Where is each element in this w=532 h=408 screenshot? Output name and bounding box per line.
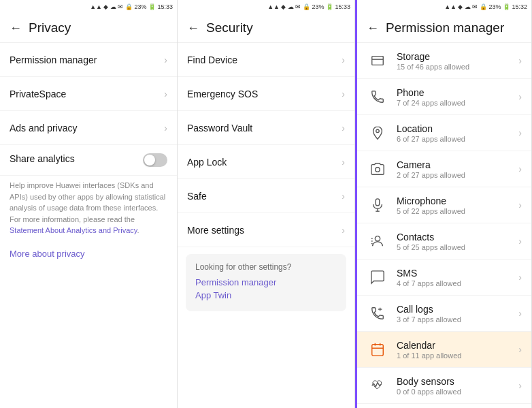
permission-manager-panel: ▲▲ ◆ ☁ ✉ 🔒 23% 🔋 15:32 ← Permission mana… bbox=[355, 0, 532, 408]
storage-name: Storage bbox=[397, 51, 518, 62]
svg-point-7 bbox=[375, 236, 380, 241]
find-device-label: Find Device bbox=[187, 54, 342, 65]
call-logs-permission-item[interactable]: Call logs 3 of 7 apps allowed › bbox=[357, 296, 531, 332]
call-logs-chevron: › bbox=[518, 308, 522, 319]
privacy-title: Privacy bbox=[29, 20, 71, 35]
ads-privacy-item[interactable]: Ads and privacy › bbox=[0, 111, 177, 145]
privacy-panel: ▲▲ ◆ ☁ ✉ 🔒 23% 🔋 15:33 ← Privacy Permiss… bbox=[0, 0, 178, 408]
microphone-icon bbox=[367, 194, 388, 216]
phone-chevron: › bbox=[518, 91, 522, 102]
more-about-privacy-link[interactable]: More about privacy bbox=[0, 242, 177, 266]
permission-manager-chevron: › bbox=[164, 54, 167, 65]
app-lock-label: App Lock bbox=[187, 157, 342, 168]
more-settings-item[interactable]: More settings › bbox=[178, 213, 354, 247]
share-analytics-help: Help improve Huawei interfaces (SDKs and… bbox=[0, 176, 177, 242]
microphone-sub: 5 of 22 apps allowed bbox=[397, 207, 518, 215]
microphone-name: Microphone bbox=[397, 195, 518, 206]
camera-chevron: › bbox=[518, 163, 522, 174]
sms-sub: 4 of 7 apps allowed bbox=[397, 279, 518, 287]
svg-point-3 bbox=[376, 168, 380, 172]
camera-name: Camera bbox=[397, 159, 518, 170]
microphone-permission-item[interactable]: Microphone 5 of 22 apps allowed › bbox=[357, 187, 531, 223]
more-settings-chevron: › bbox=[342, 225, 345, 236]
body-sensors-icon bbox=[367, 375, 388, 396]
location-sub: 6 of 27 apps allowed bbox=[397, 135, 518, 143]
permission-manager-label: Permission manager bbox=[10, 54, 164, 65]
calendar-name: Calendar bbox=[397, 340, 518, 351]
phone-icon bbox=[367, 86, 388, 108]
security-back-button[interactable]: ← bbox=[187, 21, 199, 35]
svg-point-2 bbox=[376, 129, 380, 133]
location-permission-item[interactable]: Location 6 of 27 apps allowed › bbox=[357, 115, 531, 151]
contacts-permission-item[interactable]: Contacts 5 of 25 apps allowed › bbox=[357, 223, 531, 260]
contacts-icon bbox=[367, 230, 388, 252]
find-device-item[interactable]: Find Device › bbox=[178, 43, 354, 77]
permission-manager-header: ← Permission manager bbox=[357, 14, 531, 43]
suggestion-box: Looking for other settings? Permission m… bbox=[186, 254, 346, 311]
emergency-sos-chevron: › bbox=[342, 89, 345, 99]
contacts-sub: 5 of 25 apps allowed bbox=[397, 243, 518, 251]
status-bar-permission: ▲▲ ◆ ☁ ✉ 🔒 23% 🔋 15:32 bbox=[357, 0, 531, 14]
suggestion-title: Looking for other settings? bbox=[195, 262, 337, 272]
sms-icon bbox=[367, 266, 388, 288]
suggestion-permission-manager-link[interactable]: Permission manager bbox=[195, 277, 337, 287]
status-bar-security: ▲▲ ◆ ☁ ✉ 🔒 23% 🔋 15:33 bbox=[178, 0, 354, 14]
contacts-chevron: › bbox=[518, 236, 522, 247]
private-space-chevron: › bbox=[164, 89, 167, 99]
svg-rect-0 bbox=[372, 57, 384, 65]
share-analytics-label: Share analytics bbox=[10, 153, 143, 164]
sms-name: SMS bbox=[397, 268, 518, 279]
security-panel: ▲▲ ◆ ☁ ✉ 🔒 23% 🔋 15:33 ← Security Find D… bbox=[178, 0, 355, 408]
sms-permission-item[interactable]: SMS 4 of 7 apps allowed › bbox=[357, 260, 531, 296]
security-title: Security bbox=[206, 20, 253, 35]
phone-permission-item[interactable]: Phone 7 of 24 apps allowed › bbox=[357, 79, 531, 115]
permission-manager-item[interactable]: Permission manager › bbox=[0, 43, 177, 77]
permission-manager-back-button[interactable]: ← bbox=[367, 21, 379, 35]
storage-icon bbox=[367, 50, 388, 72]
more-settings-label: More settings bbox=[187, 225, 342, 236]
calendar-permission-item[interactable]: Calendar 1 of 11 app allowed › bbox=[357, 332, 531, 368]
camera-permission-item[interactable]: Camera 2 of 27 apps allowed › bbox=[357, 151, 531, 187]
share-analytics-row: Share analytics bbox=[0, 145, 177, 176]
suggestion-app-twin-link[interactable]: App Twin bbox=[195, 290, 337, 300]
safe-chevron: › bbox=[342, 191, 345, 202]
share-analytics-toggle[interactable] bbox=[143, 153, 167, 167]
status-bar-privacy: ▲▲ ◆ ☁ ✉ 🔒 23% 🔋 15:33 bbox=[0, 0, 177, 14]
body-sensors-sub: 0 of 0 apps allowed bbox=[397, 388, 518, 396]
private-space-item[interactable]: PrivateSpace › bbox=[0, 77, 177, 111]
status-icons-permission: ▲▲ ◆ ☁ ✉ 🔒 23% 🔋 15:32 bbox=[444, 3, 527, 10]
ads-privacy-label: Ads and privacy bbox=[10, 123, 164, 134]
phone-sub: 7 of 24 apps allowed bbox=[397, 99, 518, 107]
call-logs-icon bbox=[367, 302, 388, 324]
body-sensors-permission-item[interactable]: Body sensors 0 of 0 apps allowed › bbox=[357, 368, 531, 404]
sms-chevron: › bbox=[518, 272, 522, 283]
private-space-label: PrivateSpace bbox=[10, 89, 164, 99]
location-name: Location bbox=[397, 123, 518, 134]
call-logs-sub: 3 of 7 apps allowed bbox=[397, 315, 518, 324]
storage-permission-item[interactable]: Storage 15 of 46 apps allowed › bbox=[357, 43, 531, 79]
camera-icon bbox=[367, 158, 388, 180]
call-logs-name: Call logs bbox=[397, 304, 518, 315]
svg-rect-4 bbox=[376, 199, 380, 206]
svg-rect-13 bbox=[372, 345, 384, 356]
storage-chevron: › bbox=[518, 55, 522, 66]
app-lock-chevron: › bbox=[342, 157, 345, 168]
privacy-header: ← Privacy bbox=[0, 14, 177, 43]
safe-label: Safe bbox=[187, 191, 342, 202]
phone-name: Phone bbox=[397, 87, 518, 98]
security-header: ← Security bbox=[178, 14, 354, 43]
status-icons-privacy: ▲▲ ◆ ☁ ✉ 🔒 23% 🔋 15:33 bbox=[90, 3, 173, 10]
emergency-sos-item[interactable]: Emergency SOS › bbox=[178, 77, 354, 111]
privacy-back-button[interactable]: ← bbox=[10, 21, 22, 35]
location-icon bbox=[367, 122, 388, 144]
statement-link[interactable]: Statement About Analytics and Privacy bbox=[10, 226, 137, 234]
safe-item[interactable]: Safe › bbox=[178, 179, 354, 213]
password-vault-item[interactable]: Password Vault › bbox=[178, 111, 354, 145]
find-device-chevron: › bbox=[342, 54, 345, 65]
app-lock-item[interactable]: App Lock › bbox=[178, 145, 354, 179]
emergency-sos-label: Emergency SOS bbox=[187, 89, 342, 99]
password-vault-label: Password Vault bbox=[187, 123, 342, 134]
body-sensors-chevron: › bbox=[518, 380, 522, 391]
contacts-name: Contacts bbox=[397, 232, 518, 242]
permission-manager-title: Permission manager bbox=[386, 20, 504, 35]
